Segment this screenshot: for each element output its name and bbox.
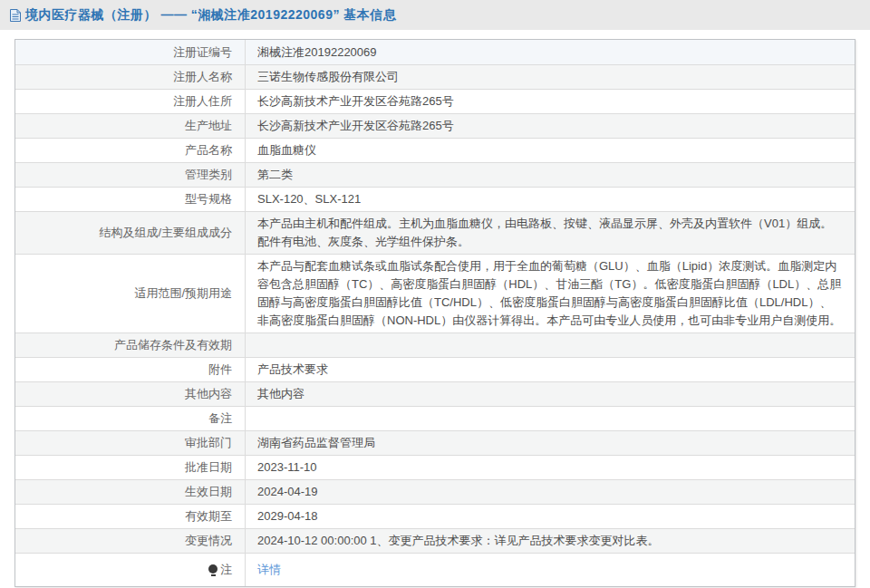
row-value: SLX-120、SLX-121 <box>246 188 855 211</box>
table-row: 生效日期2024-04-19 <box>15 479 855 504</box>
page-title: 境内医疗器械（注册） —— “湘械注准20192220069” 基本信息 <box>25 7 396 24</box>
table-row: 附件产品技术要求 <box>15 357 855 381</box>
row-value: 详情 <box>246 554 855 586</box>
row-value: 2024-04-19 <box>246 480 855 504</box>
row-label: 其他内容 <box>15 382 246 406</box>
note-icon <box>208 564 218 576</box>
row-label: 审批部门 <box>15 431 246 455</box>
row-value: 2029-04-18 <box>246 505 855 528</box>
row-value: 第二类 <box>246 163 855 187</box>
row-value: 其他内容 <box>246 382 855 406</box>
detail-link[interactable]: 详情 <box>257 563 281 576</box>
row-value: 湘械注准20192220069 <box>246 40 855 64</box>
table-row: 生产地址长沙高新技术产业开发区谷苑路265号 <box>15 113 855 138</box>
row-label: 备注 <box>15 407 246 430</box>
row-label: 变更情况 <box>15 529 246 553</box>
row-value: 2023-11-10 <box>246 456 855 479</box>
table-row: 注详情 <box>15 553 855 586</box>
table-row: 变更情况2024-10-12 00:00:00 1、变更产品技术要求：详见产品技… <box>15 528 855 553</box>
row-value: 长沙高新技术产业开发区谷苑路265号 <box>246 90 855 113</box>
row-value: 产品技术要求 <box>246 358 855 381</box>
table-row: 注册人住所长沙高新技术产业开发区谷苑路265号 <box>15 89 855 113</box>
row-value: 本产品与配套血糖试条或血脂试条配合使用，用于全血的葡萄糖（GLU）、血脂（Lip… <box>246 255 855 333</box>
table-row: 有效期至2029-04-18 <box>15 504 855 528</box>
table-row: 型号规格SLX-120、SLX-121 <box>15 187 855 211</box>
row-label: 产品名称 <box>15 139 246 162</box>
table-row: 批准日期2023-11-10 <box>15 455 855 479</box>
table-row: 适用范围/预期用途本产品与配套血糖试条或血脂试条配合使用，用于全血的葡萄糖（GL… <box>15 254 855 333</box>
row-value: 长沙高新技术产业开发区谷苑路265号 <box>246 114 855 138</box>
table-row: 结构及组成/主要组成成分本产品由主机和配件组成。主机为血脂血糖仪，由电路板、按键… <box>15 211 855 254</box>
row-value: 血脂血糖仪 <box>246 139 855 162</box>
row-label: 附件 <box>15 358 246 381</box>
row-label: 生产地址 <box>15 114 246 138</box>
row-label: 批准日期 <box>15 456 246 479</box>
row-label: 产品储存条件及有效期 <box>15 333 246 357</box>
table-row: 注册人名称三诺生物传感股份有限公司 <box>15 64 855 89</box>
row-value: 2024-10-12 00:00:00 1、变更产品技术要求：详见产品技术要求变… <box>246 529 855 553</box>
row-value: 本产品由主机和配件组成。主机为血脂血糖仪，由电路板、按键、液晶显示屏、外壳及内置… <box>246 212 855 254</box>
row-label: 型号规格 <box>15 188 246 211</box>
row-value: 三诺生物传感股份有限公司 <box>246 65 855 89</box>
page-header: 境内医疗器械（注册） —— “湘械注准20192220069” 基本信息 <box>0 0 870 30</box>
table-row: 注册证编号湘械注准20192220069 <box>15 40 855 64</box>
info-table: 注册证编号湘械注准20192220069注册人名称三诺生物传感股份有限公司注册人… <box>14 39 856 587</box>
row-label: 注册人名称 <box>15 65 246 89</box>
row-value <box>246 407 855 430</box>
table-row: 产品储存条件及有效期 <box>15 333 855 357</box>
row-value <box>246 333 855 357</box>
row-label: 适用范围/预期用途 <box>15 255 246 333</box>
table-row: 审批部门湖南省药品监督管理局 <box>15 430 855 455</box>
table-row: 管理类别第二类 <box>15 162 855 187</box>
row-value: 湖南省药品监督管理局 <box>246 431 855 455</box>
row-label: 注册证编号 <box>15 40 246 64</box>
row-label: 有效期至 <box>15 505 246 528</box>
table-row: 产品名称血脂血糖仪 <box>15 138 855 162</box>
table-row: 其他内容其他内容 <box>15 381 855 406</box>
row-label: 注册人住所 <box>15 90 246 113</box>
table-row: 备注 <box>15 406 855 430</box>
document-icon <box>9 8 22 23</box>
row-label: 结构及组成/主要组成成分 <box>15 212 246 254</box>
row-label: 管理类别 <box>15 163 246 187</box>
row-label: 注 <box>15 554 246 586</box>
row-label: 生效日期 <box>15 480 246 504</box>
